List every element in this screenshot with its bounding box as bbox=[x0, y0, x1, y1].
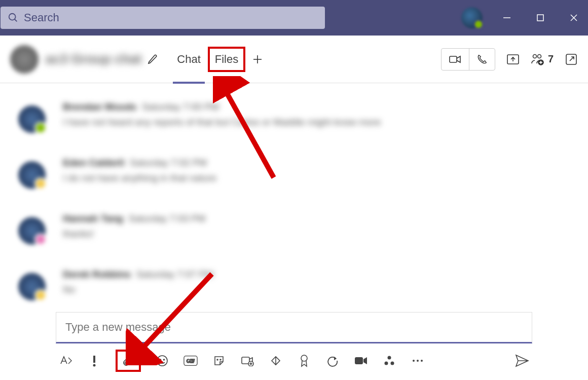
compose-area: GIF bbox=[56, 312, 532, 372]
svg-rect-8 bbox=[450, 56, 457, 62]
add-people-button[interactable]: 7 bbox=[531, 53, 554, 65]
message-avatar[interactable] bbox=[18, 217, 46, 245]
svg-line-1 bbox=[15, 19, 17, 22]
add-tab-button[interactable] bbox=[251, 53, 264, 65]
emoji-icon[interactable] bbox=[155, 354, 169, 368]
send-button[interactable] bbox=[515, 354, 529, 368]
share-screen-button[interactable] bbox=[506, 53, 520, 65]
svg-point-20 bbox=[164, 359, 165, 360]
message-avatar[interactable] bbox=[18, 161, 46, 189]
svg-point-36 bbox=[421, 360, 423, 362]
message-time: Saturday 7:02 PM bbox=[130, 157, 207, 168]
popout-button[interactable] bbox=[565, 53, 578, 66]
message-time: Saturday 7:00 PM bbox=[142, 101, 219, 112]
svg-rect-30 bbox=[355, 357, 363, 364]
search-input[interactable] bbox=[24, 11, 318, 24]
svg-point-10 bbox=[533, 54, 536, 58]
svg-point-29 bbox=[301, 355, 307, 361]
svg-point-18 bbox=[157, 356, 167, 366]
message-time: Saturday 7:07 PM bbox=[136, 269, 213, 280]
svg-point-17 bbox=[93, 364, 96, 367]
schedule-meeting-icon[interactable] bbox=[240, 354, 254, 368]
svg-rect-16 bbox=[93, 356, 95, 363]
titlebar bbox=[0, 0, 588, 36]
tab-files[interactable]: Files bbox=[208, 47, 245, 72]
message-author: Derek Robbins bbox=[63, 269, 131, 280]
sticker-icon[interactable] bbox=[212, 354, 226, 368]
attach-icon[interactable] bbox=[116, 350, 141, 372]
video-clip-icon[interactable] bbox=[354, 354, 368, 368]
maximize-button[interactable] bbox=[531, 14, 549, 22]
svg-point-11 bbox=[537, 54, 541, 58]
message-author: Hannah Tang bbox=[63, 213, 123, 224]
more-icon[interactable] bbox=[411, 354, 425, 368]
format-icon[interactable] bbox=[59, 354, 73, 368]
edit-name-icon[interactable] bbox=[146, 53, 159, 65]
message-text: thanks! bbox=[63, 227, 206, 241]
apps-icon[interactable] bbox=[382, 354, 396, 368]
message-item: Derek Robbins Saturday 7:07 PM No bbox=[18, 269, 575, 300]
profile-avatar[interactable] bbox=[461, 7, 483, 28]
participant-count: 7 bbox=[548, 53, 554, 65]
praise-icon[interactable] bbox=[297, 354, 311, 368]
search-box[interactable] bbox=[1, 7, 325, 29]
tab-chat[interactable]: Chat bbox=[170, 36, 207, 83]
close-button[interactable] bbox=[565, 13, 583, 22]
svg-point-33 bbox=[391, 362, 394, 365]
message-item: Brendan Woods Saturday 7:00 PM I have no… bbox=[18, 101, 575, 133]
compose-input[interactable] bbox=[65, 321, 523, 334]
svg-point-23 bbox=[217, 359, 218, 360]
message-text: No bbox=[63, 283, 213, 297]
tabs: Chat Files bbox=[170, 36, 264, 83]
priority-icon[interactable] bbox=[87, 354, 101, 368]
minimize-button[interactable] bbox=[498, 13, 516, 22]
video-call-button[interactable] bbox=[442, 49, 469, 70]
svg-point-0 bbox=[9, 14, 16, 20]
svg-point-35 bbox=[417, 360, 419, 362]
search-icon bbox=[8, 12, 19, 23]
message-text: I do not have anything in that nature bbox=[63, 171, 216, 185]
message-time: Saturday 7:03 PM bbox=[129, 213, 206, 224]
message-author: Eden Calderli bbox=[63, 157, 124, 168]
svg-rect-3 bbox=[537, 15, 543, 21]
message-avatar[interactable] bbox=[18, 273, 46, 300]
message-item: Eden Calderli Saturday 7:02 PM I do not … bbox=[18, 157, 575, 189]
svg-point-24 bbox=[220, 359, 221, 360]
stream-icon[interactable] bbox=[269, 354, 283, 368]
message-avatar[interactable] bbox=[18, 106, 46, 133]
svg-text:GIF: GIF bbox=[187, 359, 195, 364]
svg-point-32 bbox=[385, 362, 388, 365]
header-actions: 7 bbox=[441, 48, 578, 71]
chat-header: ac3 Group chat Chat Files 7 bbox=[0, 36, 588, 83]
message-item: Hannah Tang Saturday 7:03 PM thanks! bbox=[18, 213, 575, 245]
svg-point-19 bbox=[160, 359, 161, 360]
loop-icon[interactable] bbox=[325, 354, 340, 368]
svg-point-31 bbox=[388, 356, 391, 360]
gif-icon[interactable]: GIF bbox=[183, 354, 198, 368]
message-list: Brendan Woods Saturday 7:00 PM I have no… bbox=[0, 83, 588, 300]
chat-avatar[interactable] bbox=[10, 45, 39, 74]
message-text: I have not heard any reports of that but… bbox=[63, 116, 381, 129]
titlebar-right bbox=[461, 7, 583, 28]
svg-point-34 bbox=[413, 360, 415, 362]
audio-call-button[interactable] bbox=[469, 49, 495, 70]
call-buttons bbox=[441, 48, 495, 71]
chat-title: ac3 Group chat bbox=[46, 51, 141, 67]
compose-box[interactable] bbox=[56, 312, 532, 343]
message-author: Brendan Woods bbox=[63, 101, 136, 112]
compose-toolbar: GIF bbox=[56, 343, 532, 372]
